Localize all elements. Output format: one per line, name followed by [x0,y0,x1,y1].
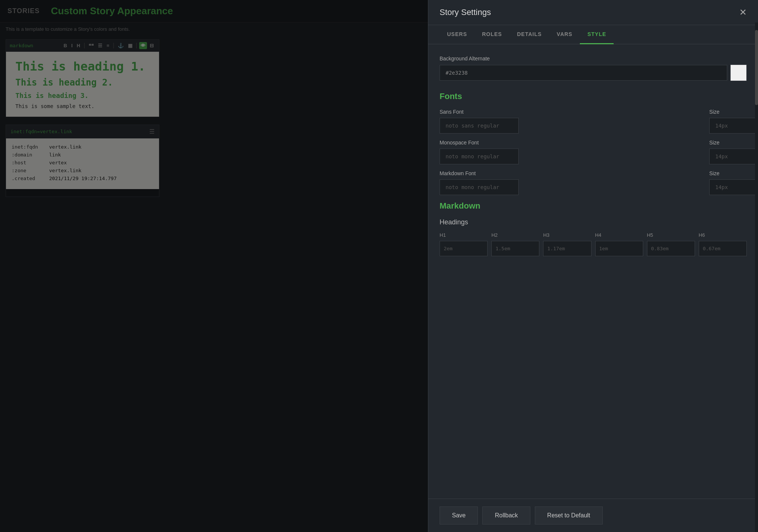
heading-input-h3[interactable] [543,241,591,256]
headings-subheading: Headings [440,218,747,226]
md-font-label: Markdown Font [440,170,705,176]
bg-alternate-group: Background Alternate [440,56,747,81]
mono-size-wrap: Size [709,140,747,164]
tab-roles[interactable]: ROLES [474,25,509,44]
heading-cell-h4: H4 [595,232,643,256]
bg-alternate-input-row [440,65,747,81]
fonts-heading: Fonts [440,92,747,101]
modal-close-button[interactable]: ✕ [739,8,747,17]
heading-input-h5[interactable] [647,241,695,256]
sans-size-input[interactable] [709,118,758,134]
reset-button[interactable]: Reset to Default [535,506,603,524]
modal-body[interactable]: Background Alternate Fonts Sans Font Siz… [428,44,758,499]
md-size-wrap: Size [709,170,747,195]
heading-input-h4[interactable] [595,241,643,256]
md-font-wrap: Markdown Font [440,170,705,195]
heading-input-h6[interactable] [699,241,747,256]
tab-vars[interactable]: VARS [549,25,580,44]
heading-input-h1[interactable] [440,241,488,256]
markdown-heading: Markdown [440,201,747,211]
heading-label-h2: H2 [491,232,539,238]
sans-font-row: Sans Font Size [440,109,747,134]
scroll-track [755,23,758,532]
heading-input-h2[interactable] [491,241,539,256]
tab-users[interactable]: USERS [440,25,474,44]
sans-font-input[interactable] [440,118,519,134]
rollback-button[interactable]: Rollback [482,506,530,524]
mono-font-label: Monospace Font [440,140,705,146]
story-settings-modal: Story Settings ✕ USERSROLESDETAILSVARSST… [428,0,758,532]
modal-footer: Save Rollback Reset to Default [428,499,758,532]
sans-font-label: Sans Font [440,109,705,115]
mono-font-row: Monospace Font Size [440,140,747,164]
heading-cell-h3: H3 [543,232,591,256]
bg-alternate-input[interactable] [440,65,727,81]
tab-style[interactable]: STYLE [580,25,614,44]
sans-font-wrap: Sans Font [440,109,705,134]
md-size-label: Size [709,170,747,176]
sans-size-wrap: Size [709,109,747,134]
mono-font-wrap: Monospace Font [440,140,705,164]
tab-details[interactable]: DETAILS [509,25,549,44]
heading-label-h5: H5 [647,232,695,238]
heading-label-h6: H6 [699,232,747,238]
heading-cell-h2: H2 [491,232,539,256]
headings-grid: H1 H2 H3 H4 H5 H6 [440,232,747,256]
mono-size-label: Size [709,140,747,146]
md-font-input[interactable] [440,179,519,195]
color-swatch[interactable] [730,65,747,81]
md-font-row: Markdown Font Size [440,170,747,195]
md-size-input[interactable] [709,179,758,195]
save-button[interactable]: Save [440,506,478,524]
heading-label-h1: H1 [440,232,488,238]
scroll-thumb[interactable] [755,30,758,105]
heading-cell-h6: H6 [699,232,747,256]
modal-title: Story Settings [440,8,491,17]
modal-header: Story Settings ✕ [428,0,758,25]
heading-label-h4: H4 [595,232,643,238]
modal-tabs: USERSROLESDETAILSVARSSTYLE [428,25,758,44]
heading-label-h3: H3 [543,232,591,238]
bg-alternate-label: Background Alternate [440,56,747,62]
sans-size-label: Size [709,109,747,115]
heading-cell-h5: H5 [647,232,695,256]
mono-font-input[interactable] [440,149,519,164]
heading-cell-h1: H1 [440,232,488,256]
mono-size-input[interactable] [709,149,758,164]
